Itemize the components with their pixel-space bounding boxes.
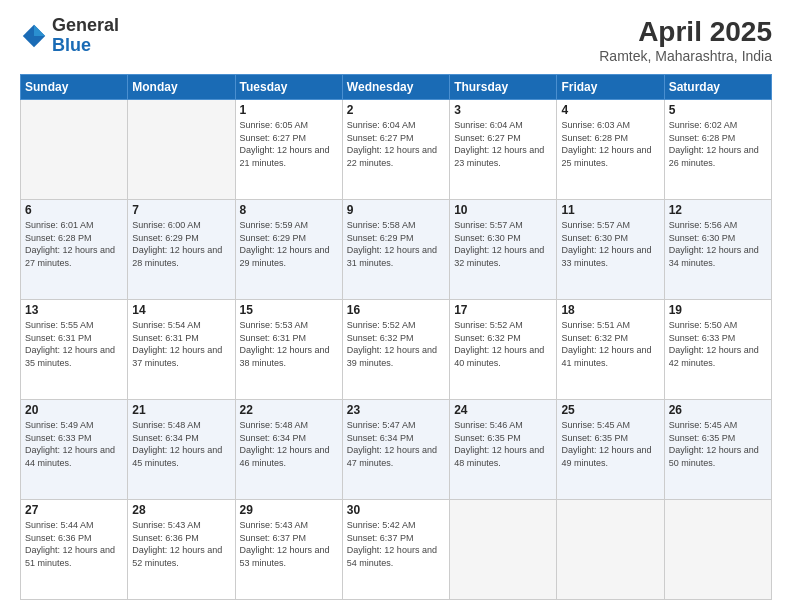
day-number: 21	[132, 403, 230, 417]
day-number: 2	[347, 103, 445, 117]
col-thursday: Thursday	[450, 75, 557, 100]
day-info: Sunrise: 5:44 AMSunset: 6:36 PMDaylight:…	[25, 519, 123, 569]
table-row	[21, 100, 128, 200]
day-info: Sunrise: 5:56 AMSunset: 6:30 PMDaylight:…	[669, 219, 767, 269]
table-row: 11Sunrise: 5:57 AMSunset: 6:30 PMDayligh…	[557, 200, 664, 300]
table-row: 22Sunrise: 5:48 AMSunset: 6:34 PMDayligh…	[235, 400, 342, 500]
table-row: 29Sunrise: 5:43 AMSunset: 6:37 PMDayligh…	[235, 500, 342, 600]
table-row: 17Sunrise: 5:52 AMSunset: 6:32 PMDayligh…	[450, 300, 557, 400]
day-number: 22	[240, 403, 338, 417]
table-row: 25Sunrise: 5:45 AMSunset: 6:35 PMDayligh…	[557, 400, 664, 500]
day-info: Sunrise: 6:04 AMSunset: 6:27 PMDaylight:…	[347, 119, 445, 169]
day-number: 24	[454, 403, 552, 417]
table-row: 2Sunrise: 6:04 AMSunset: 6:27 PMDaylight…	[342, 100, 449, 200]
day-info: Sunrise: 5:47 AMSunset: 6:34 PMDaylight:…	[347, 419, 445, 469]
logo-general: General	[52, 15, 119, 35]
table-row: 23Sunrise: 5:47 AMSunset: 6:34 PMDayligh…	[342, 400, 449, 500]
day-info: Sunrise: 5:42 AMSunset: 6:37 PMDaylight:…	[347, 519, 445, 569]
table-row: 30Sunrise: 5:42 AMSunset: 6:37 PMDayligh…	[342, 500, 449, 600]
day-number: 3	[454, 103, 552, 117]
calendar-week-row: 20Sunrise: 5:49 AMSunset: 6:33 PMDayligh…	[21, 400, 772, 500]
day-info: Sunrise: 6:02 AMSunset: 6:28 PMDaylight:…	[669, 119, 767, 169]
table-row	[557, 500, 664, 600]
calendar-header-row: Sunday Monday Tuesday Wednesday Thursday…	[21, 75, 772, 100]
svg-marker-1	[34, 25, 45, 36]
logo: General Blue	[20, 16, 119, 56]
day-number: 29	[240, 503, 338, 517]
day-number: 20	[25, 403, 123, 417]
day-number: 1	[240, 103, 338, 117]
day-number: 15	[240, 303, 338, 317]
table-row: 16Sunrise: 5:52 AMSunset: 6:32 PMDayligh…	[342, 300, 449, 400]
table-row: 8Sunrise: 5:59 AMSunset: 6:29 PMDaylight…	[235, 200, 342, 300]
day-info: Sunrise: 5:46 AMSunset: 6:35 PMDaylight:…	[454, 419, 552, 469]
col-tuesday: Tuesday	[235, 75, 342, 100]
day-number: 30	[347, 503, 445, 517]
day-number: 17	[454, 303, 552, 317]
day-info: Sunrise: 6:04 AMSunset: 6:27 PMDaylight:…	[454, 119, 552, 169]
table-row: 20Sunrise: 5:49 AMSunset: 6:33 PMDayligh…	[21, 400, 128, 500]
logo-icon	[20, 22, 48, 50]
day-number: 9	[347, 203, 445, 217]
day-info: Sunrise: 5:57 AMSunset: 6:30 PMDaylight:…	[454, 219, 552, 269]
table-row: 24Sunrise: 5:46 AMSunset: 6:35 PMDayligh…	[450, 400, 557, 500]
page: General Blue April 2025 Ramtek, Maharash…	[0, 0, 792, 612]
day-info: Sunrise: 5:52 AMSunset: 6:32 PMDaylight:…	[347, 319, 445, 369]
day-number: 16	[347, 303, 445, 317]
calendar-week-row: 1Sunrise: 6:05 AMSunset: 6:27 PMDaylight…	[21, 100, 772, 200]
table-row: 9Sunrise: 5:58 AMSunset: 6:29 PMDaylight…	[342, 200, 449, 300]
calendar-week-row: 27Sunrise: 5:44 AMSunset: 6:36 PMDayligh…	[21, 500, 772, 600]
day-number: 14	[132, 303, 230, 317]
table-row: 12Sunrise: 5:56 AMSunset: 6:30 PMDayligh…	[664, 200, 771, 300]
day-number: 5	[669, 103, 767, 117]
col-monday: Monday	[128, 75, 235, 100]
table-row	[664, 500, 771, 600]
day-info: Sunrise: 5:53 AMSunset: 6:31 PMDaylight:…	[240, 319, 338, 369]
table-row: 3Sunrise: 6:04 AMSunset: 6:27 PMDaylight…	[450, 100, 557, 200]
day-number: 4	[561, 103, 659, 117]
calendar-table: Sunday Monday Tuesday Wednesday Thursday…	[20, 74, 772, 600]
day-info: Sunrise: 5:48 AMSunset: 6:34 PMDaylight:…	[132, 419, 230, 469]
table-row: 6Sunrise: 6:01 AMSunset: 6:28 PMDaylight…	[21, 200, 128, 300]
day-info: Sunrise: 5:51 AMSunset: 6:32 PMDaylight:…	[561, 319, 659, 369]
day-info: Sunrise: 5:57 AMSunset: 6:30 PMDaylight:…	[561, 219, 659, 269]
day-info: Sunrise: 5:45 AMSunset: 6:35 PMDaylight:…	[561, 419, 659, 469]
header: General Blue April 2025 Ramtek, Maharash…	[20, 16, 772, 64]
day-info: Sunrise: 6:05 AMSunset: 6:27 PMDaylight:…	[240, 119, 338, 169]
day-info: Sunrise: 5:43 AMSunset: 6:36 PMDaylight:…	[132, 519, 230, 569]
month-title: April 2025	[599, 16, 772, 48]
table-row: 4Sunrise: 6:03 AMSunset: 6:28 PMDaylight…	[557, 100, 664, 200]
location-title: Ramtek, Maharashtra, India	[599, 48, 772, 64]
day-number: 13	[25, 303, 123, 317]
table-row: 5Sunrise: 6:02 AMSunset: 6:28 PMDaylight…	[664, 100, 771, 200]
day-info: Sunrise: 6:00 AMSunset: 6:29 PMDaylight:…	[132, 219, 230, 269]
table-row: 7Sunrise: 6:00 AMSunset: 6:29 PMDaylight…	[128, 200, 235, 300]
table-row	[450, 500, 557, 600]
title-block: April 2025 Ramtek, Maharashtra, India	[599, 16, 772, 64]
day-info: Sunrise: 5:52 AMSunset: 6:32 PMDaylight:…	[454, 319, 552, 369]
table-row	[128, 100, 235, 200]
table-row: 21Sunrise: 5:48 AMSunset: 6:34 PMDayligh…	[128, 400, 235, 500]
table-row: 27Sunrise: 5:44 AMSunset: 6:36 PMDayligh…	[21, 500, 128, 600]
col-sunday: Sunday	[21, 75, 128, 100]
day-number: 6	[25, 203, 123, 217]
day-number: 19	[669, 303, 767, 317]
day-number: 18	[561, 303, 659, 317]
day-number: 8	[240, 203, 338, 217]
table-row: 14Sunrise: 5:54 AMSunset: 6:31 PMDayligh…	[128, 300, 235, 400]
table-row: 28Sunrise: 5:43 AMSunset: 6:36 PMDayligh…	[128, 500, 235, 600]
day-info: Sunrise: 5:48 AMSunset: 6:34 PMDaylight:…	[240, 419, 338, 469]
col-wednesday: Wednesday	[342, 75, 449, 100]
table-row: 18Sunrise: 5:51 AMSunset: 6:32 PMDayligh…	[557, 300, 664, 400]
calendar-week-row: 6Sunrise: 6:01 AMSunset: 6:28 PMDaylight…	[21, 200, 772, 300]
day-number: 27	[25, 503, 123, 517]
day-number: 7	[132, 203, 230, 217]
day-info: Sunrise: 6:03 AMSunset: 6:28 PMDaylight:…	[561, 119, 659, 169]
col-saturday: Saturday	[664, 75, 771, 100]
day-number: 25	[561, 403, 659, 417]
day-info: Sunrise: 5:59 AMSunset: 6:29 PMDaylight:…	[240, 219, 338, 269]
day-info: Sunrise: 5:49 AMSunset: 6:33 PMDaylight:…	[25, 419, 123, 469]
table-row: 19Sunrise: 5:50 AMSunset: 6:33 PMDayligh…	[664, 300, 771, 400]
day-number: 26	[669, 403, 767, 417]
day-info: Sunrise: 5:54 AMSunset: 6:31 PMDaylight:…	[132, 319, 230, 369]
